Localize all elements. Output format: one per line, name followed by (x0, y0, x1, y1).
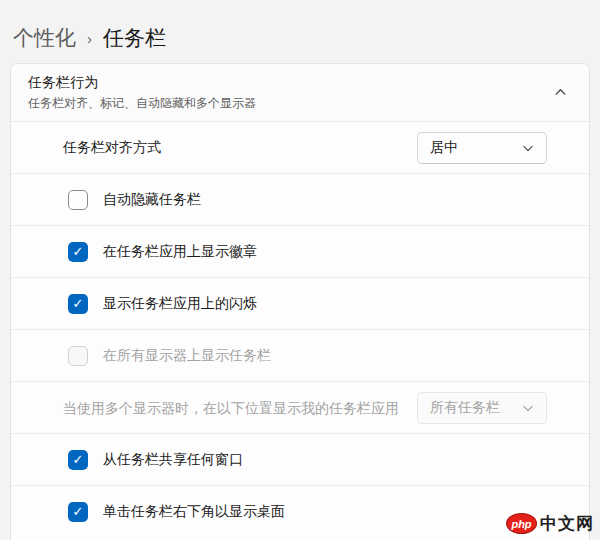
check-icon: ✓ (73, 297, 84, 310)
breadcrumb-parent[interactable]: 个性化 (13, 24, 76, 52)
show-badges-checkbox[interactable]: ✓ (68, 242, 88, 262)
taskbar-alignment-value: 居中 (430, 139, 458, 157)
all-displays-label: 在所有显示器上显示任务栏 (103, 347, 271, 365)
row-show-badges: ✓ 在任务栏应用上显示徽章 (11, 225, 589, 277)
multi-display-dropdown: 所有任务栏 (417, 392, 547, 424)
check-icon: ✓ (73, 453, 84, 466)
row-auto-hide-taskbar: 自动隐藏任务栏 (11, 173, 589, 225)
all-displays-checkbox (68, 346, 88, 366)
breadcrumb: 个性化 › 任务栏 (0, 0, 600, 60)
expander-titles: 任务栏行为 任务栏对齐、标记、自动隐藏和多个显示器 (28, 74, 256, 112)
check-icon: ✓ (73, 245, 84, 258)
share-window-label: 从任务栏共享任何窗口 (103, 451, 243, 469)
row-show-desktop: ✓ 单击任务栏右下角以显示桌面 (11, 485, 589, 537)
chevron-down-icon (522, 142, 534, 154)
php-cn-watermark: php 中文网 (506, 512, 594, 535)
php-logo-icon: php (506, 513, 537, 534)
php-logo-text: php (511, 518, 531, 530)
watermark-site-text: 中文网 (540, 512, 594, 535)
show-desktop-label: 单击任务栏右下角以显示桌面 (103, 503, 285, 521)
row-share-window: ✓ 从任务栏共享任何窗口 (11, 433, 589, 485)
share-window-checkbox[interactable]: ✓ (68, 450, 88, 470)
show-flashing-checkbox[interactable]: ✓ (68, 294, 88, 314)
expander-header-taskbar-behaviors[interactable]: 任务栏行为 任务栏对齐、标记、自动隐藏和多个显示器 (11, 64, 589, 121)
multi-display-label: 当使用多个显示器时，在以下位置显示我的任务栏应用 (63, 398, 415, 418)
breadcrumb-separator-icon: › (87, 28, 92, 47)
row-taskbar-alignment: 任务栏对齐方式 居中 (11, 121, 589, 173)
page-title: 任务栏 (103, 24, 166, 52)
expander-title: 任务栏行为 (28, 74, 256, 92)
show-desktop-checkbox[interactable]: ✓ (68, 502, 88, 522)
expander-subtitle: 任务栏对齐、标记、自动隐藏和多个显示器 (28, 95, 256, 112)
row-multi-display-apps: 当使用多个显示器时，在以下位置显示我的任务栏应用 所有任务栏 (11, 381, 589, 433)
auto-hide-taskbar-label: 自动隐藏任务栏 (103, 191, 201, 209)
row-all-displays: 在所有显示器上显示任务栏 (11, 329, 589, 381)
row-show-flashing: ✓ 显示任务栏应用上的闪烁 (11, 277, 589, 329)
chevron-up-icon[interactable] (554, 86, 567, 99)
check-icon: ✓ (73, 505, 84, 518)
show-badges-label: 在任务栏应用上显示徽章 (103, 243, 257, 261)
auto-hide-taskbar-checkbox[interactable] (68, 190, 88, 210)
show-flashing-label: 显示任务栏应用上的闪烁 (103, 295, 257, 313)
taskbar-behaviors-card: 任务栏行为 任务栏对齐、标记、自动隐藏和多个显示器 任务栏对齐方式 居中 自动隐… (10, 63, 590, 540)
chevron-down-icon (522, 402, 534, 414)
taskbar-alignment-label: 任务栏对齐方式 (63, 139, 161, 157)
taskbar-alignment-dropdown[interactable]: 居中 (417, 132, 547, 164)
multi-display-value: 所有任务栏 (430, 399, 500, 417)
